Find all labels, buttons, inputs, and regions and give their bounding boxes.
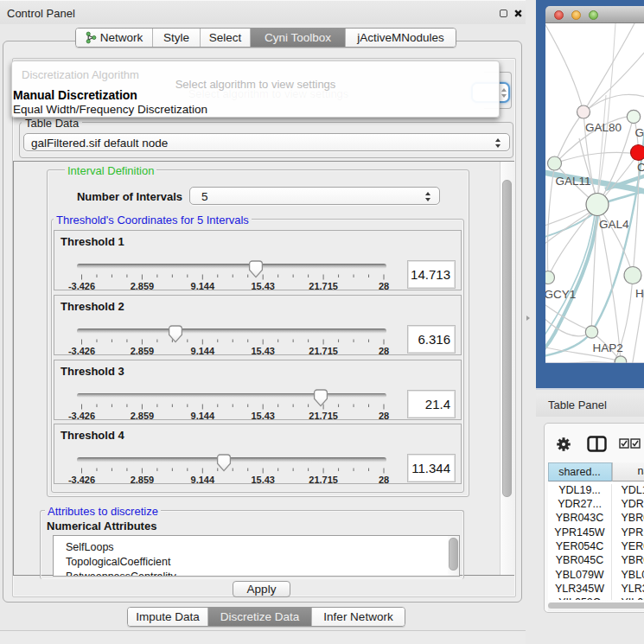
svg-text:H: H — [635, 287, 644, 300]
svg-text:GAL11: GAL11 — [556, 175, 591, 188]
svg-text:GAL80: GAL80 — [585, 121, 622, 134]
svg-text:HAP2: HAP2 — [593, 341, 623, 354]
svg-text:GCY1: GCY1 — [545, 288, 577, 301]
svg-text:C: C — [637, 161, 644, 174]
svg-text:GAL4: GAL4 — [599, 218, 629, 231]
svg-text:GA: GA — [635, 126, 644, 139]
